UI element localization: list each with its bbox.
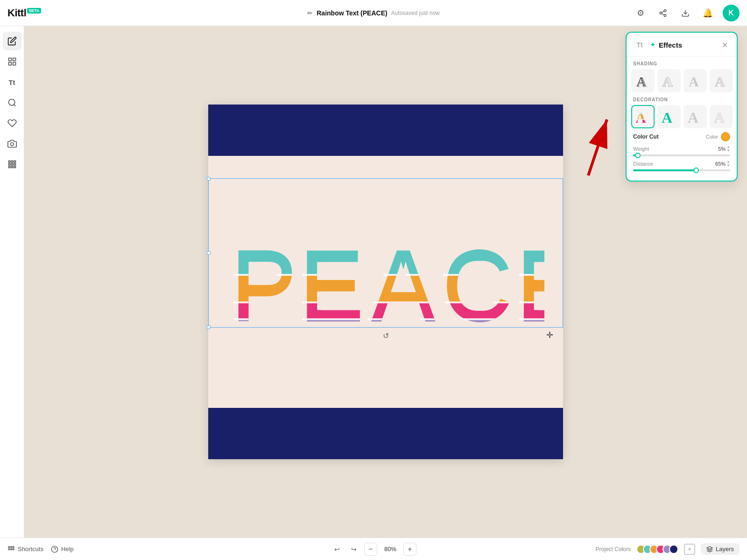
bottom-center: ↩ ↪ − 80% + [331, 543, 416, 556]
distance-slider-track[interactable] [633, 169, 730, 171]
shading-grid: A A A A A A A [627, 69, 737, 92]
color-picker-dot[interactable] [721, 132, 730, 141]
top-stripe [208, 105, 563, 156]
file-title[interactable]: Rainbow Text (PEACE) [317, 9, 387, 17]
share-icon[interactable] [655, 6, 670, 21]
svg-rect-13 [8, 161, 10, 162]
sidebar-item-assets[interactable] [3, 114, 21, 133]
sidebar-item-camera[interactable] [3, 134, 21, 153]
move-handle[interactable]: ✛ [546, 330, 553, 340]
weight-label: Weight [633, 146, 649, 152]
help-label: Help [61, 546, 74, 553]
distance-value: 65% [715, 161, 726, 167]
text-tab[interactable]: Tt [633, 38, 646, 51]
distance-slider-thumb[interactable] [693, 168, 699, 173]
bottom-bar: Shortcuts Help ↩ ↪ − 80% + Project Color… [0, 538, 747, 560]
canvas-middle: ↺ ✛ PEACE [208, 156, 563, 408]
shading-effect-4[interactable]: A [710, 69, 733, 92]
svg-text:PEACE: PEACE [232, 229, 544, 333]
distance-arrows[interactable]: ▲▼ [726, 160, 730, 168]
add-color-button[interactable]: + [684, 544, 695, 555]
bottom-left: Shortcuts Help [7, 546, 74, 553]
decoration-effect-4[interactable]: A [710, 105, 733, 128]
redo-button[interactable]: ↪ [347, 543, 360, 556]
close-panel-button[interactable]: ✕ [719, 39, 730, 50]
svg-rect-58 [11, 546, 12, 548]
sidebar-item-text[interactable]: Tt [3, 73, 21, 91]
project-colors-label: Project Colors [596, 546, 631, 553]
effects-panel-title: Effects [659, 41, 682, 49]
handle-middle-left[interactable] [207, 251, 211, 255]
weight-value: 5% [718, 146, 726, 152]
handle-top-left[interactable] [207, 177, 211, 181]
design-canvas[interactable]: ↺ ✛ PEACE [208, 105, 563, 459]
peace-text-container: PEACE [227, 221, 544, 343]
svg-line-34 [588, 119, 607, 175]
bottom-right: Project Colors + Layers [596, 543, 740, 555]
user-avatar[interactable]: K [723, 5, 740, 21]
shading-section-label: SHADING [627, 56, 737, 69]
sidebar-item-search[interactable] [3, 93, 21, 112]
shortcuts-button[interactable]: Shortcuts [7, 546, 43, 553]
pencil-icon: ✏ [307, 9, 313, 17]
svg-rect-50 [634, 119, 652, 120]
shading-effect-2[interactable]: A A [657, 69, 681, 92]
decoration-section-label: DECORATION [627, 92, 737, 105]
header: KittlBETA ✏ Rainbow Text (PEACE) Autosav… [0, 0, 747, 26]
distance-label-row: Distance 65% ▲▼ [633, 160, 730, 168]
decoration-grid: A A A A [627, 105, 737, 128]
shading-effect-3[interactable]: A A [684, 69, 707, 92]
svg-point-12 [10, 143, 14, 146]
zoom-in-button[interactable]: + [403, 543, 416, 556]
svg-rect-6 [8, 58, 11, 61]
weight-slider-thumb[interactable] [635, 153, 641, 158]
autosaved-status: Autosaved just now [391, 10, 440, 16]
svg-text:A: A [714, 109, 725, 126]
svg-rect-55 [686, 108, 704, 126]
svg-rect-21 [14, 166, 15, 168]
layers-button[interactable]: Layers [701, 543, 740, 555]
svg-text:A: A [715, 74, 725, 89]
sidebar-item-grid[interactable] [3, 155, 21, 174]
decoration-effect-2[interactable]: A [657, 105, 681, 128]
handle-bottom-left[interactable] [207, 325, 211, 329]
notifications-icon[interactable]: 🔔 [700, 6, 715, 21]
svg-rect-31 [227, 301, 544, 303]
svg-rect-62 [13, 548, 14, 550]
svg-rect-20 [11, 166, 13, 168]
weight-slider-track[interactable] [633, 154, 730, 156]
svg-rect-49 [634, 113, 652, 114]
effects-title-row: ✦ Effects [650, 41, 682, 49]
beta-badge: BETA [27, 8, 41, 14]
effects-panel-header: Tt ✦ Effects ✕ [627, 33, 737, 56]
svg-rect-14 [11, 161, 13, 162]
effects-panel-tabs: Tt ✦ Effects [633, 38, 682, 51]
shading-effect-1[interactable]: A A [631, 69, 655, 92]
svg-rect-15 [14, 161, 15, 162]
color-swatch-label: Color [706, 134, 718, 140]
sidebar-item-edit[interactable] [3, 32, 21, 50]
svg-rect-59 [13, 546, 14, 548]
help-button[interactable]: Help [51, 546, 74, 553]
project-color-swatches[interactable] [636, 545, 678, 554]
svg-rect-19 [8, 166, 10, 168]
decoration-color-cut[interactable]: A A [631, 105, 655, 128]
color-cut-label: Color Cut [633, 133, 659, 140]
decoration-effect-3[interactable]: A A [684, 105, 707, 128]
undo-button[interactable]: ↩ [331, 543, 344, 556]
color-cut-control-row: Color Cut Color [627, 128, 737, 143]
svg-rect-7 [13, 58, 15, 61]
settings-icon[interactable]: ⚙ [633, 6, 648, 21]
svg-text:A: A [637, 75, 648, 89]
zoom-level: 80% [381, 546, 400, 553]
weight-arrows[interactable]: ▲▼ [726, 145, 730, 153]
svg-text:A: A [635, 109, 646, 126]
svg-point-2 [664, 14, 666, 17]
download-icon[interactable] [678, 6, 693, 21]
svg-text:A: A [662, 109, 672, 126]
effects-panel: Tt ✦ Effects ✕ SHADING A A A A [626, 32, 738, 182]
swatch-6 [669, 545, 678, 554]
sidebar-item-layout[interactable] [3, 52, 21, 71]
zoom-out-button[interactable]: − [364, 543, 377, 556]
logo[interactable]: KittlBETA [7, 7, 41, 19]
